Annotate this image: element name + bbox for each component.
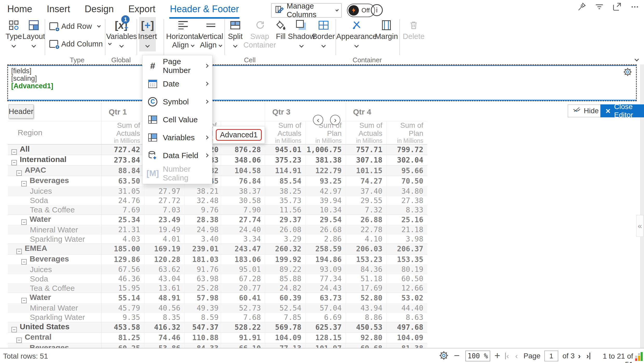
ribbon-separator: [336, 19, 336, 55]
value-cell: 8.59: [184, 313, 221, 322]
row-label-cell[interactable]: Tea & Coffee: [8, 284, 101, 293]
value-cell: 27.38: [386, 196, 427, 205]
row-label-cell[interactable]: Water: [8, 214, 101, 225]
value-cell: 63.50: [101, 176, 144, 187]
collapse-panel-button[interactable]: «: [636, 215, 643, 237]
manage-columns-button[interactable]: Manage Columns: [271, 3, 342, 18]
border-button[interactable]: Border: [314, 18, 333, 47]
tab-header-footer[interactable]: Header & Footer: [169, 3, 239, 19]
value-cell: 497.68: [386, 322, 427, 333]
menu-item-data-field[interactable]: Data Field: [143, 146, 212, 164]
collapse-toggle[interactable]: [11, 160, 17, 165]
next-columns-button[interactable]: ›: [330, 115, 340, 125]
last-page-button[interactable]: ›: [586, 351, 590, 361]
row-label-cell[interactable]: Central: [8, 333, 101, 343]
header-tab-chip[interactable]: Header: [9, 104, 33, 118]
collapse-toggle[interactable]: [21, 181, 27, 186]
collapse-toggle[interactable]: [21, 298, 27, 303]
tab-design[interactable]: Design: [84, 3, 114, 19]
pin-icon[interactable]: [576, 2, 587, 12]
value-cell: 52.73: [221, 303, 265, 313]
tab-export[interactable]: Export: [128, 3, 156, 19]
row-label-cell[interactable]: Juices: [8, 265, 101, 274]
row-label-cell[interactable]: Soda: [8, 274, 101, 284]
collapse-toggle[interactable]: [16, 249, 22, 254]
info-icon[interactable]: i: [371, 4, 383, 16]
page-number-input[interactable]: [544, 351, 558, 361]
tab-insert[interactable]: Insert: [46, 3, 71, 19]
type-button[interactable]: Type: [5, 18, 22, 47]
row-label: Water: [30, 215, 51, 223]
horizontal-align-button[interactable]: Horizontal Align: [168, 18, 198, 49]
collapse-toggle[interactable]: [21, 219, 27, 225]
value-cell: 9.35: [101, 313, 144, 322]
variables-button[interactable]: [x] + 1 Variables: [106, 18, 137, 47]
row-label: Central: [25, 333, 51, 341]
split-button[interactable]: Split: [227, 18, 243, 47]
layout-button[interactable]: Layout: [23, 18, 44, 47]
row-label-cell[interactable]: Water: [8, 293, 101, 304]
value-cell: 128.15: [305, 333, 346, 343]
row-label-cell[interactable]: Mineral Water: [8, 225, 101, 234]
value-cell: 15.95: [101, 284, 144, 293]
row-label: United States: [20, 322, 70, 331]
margin-button[interactable]: Margin: [376, 18, 397, 41]
value-cell: 38.37: [221, 186, 265, 196]
zoom-out-button[interactable]: −: [454, 351, 460, 360]
tab-home[interactable]: Home: [7, 3, 33, 19]
open-external-icon[interactable]: [612, 2, 622, 12]
collapse-ribbon-icon[interactable]: [635, 57, 639, 62]
appearance-button[interactable]: Appearance: [340, 18, 373, 47]
row-label-cell[interactable]: United States: [8, 322, 101, 333]
table-row: Central81.2574.46110.8891.91104.09128.15…: [8, 333, 427, 343]
hide-button[interactable]: Hide: [568, 104, 604, 117]
vertical-align-button[interactable]: Vertical Align: [198, 18, 223, 49]
row-label-cell[interactable]: Tea & Coffee: [8, 205, 101, 214]
collapse-toggle[interactable]: [21, 259, 27, 265]
menu-item-cell-value[interactable]: Cell Value: [143, 111, 212, 129]
collapse-toggle[interactable]: [16, 170, 22, 176]
ribbon-separator: [105, 19, 105, 55]
menu-item-variables[interactable]: Variables: [143, 129, 212, 146]
row-label-cell[interactable]: Soda: [8, 196, 101, 205]
row-label-cell[interactable]: Beverages: [8, 176, 101, 187]
grid-settings-gear-icon[interactable]: [439, 351, 448, 362]
filter-list-icon[interactable]: [594, 2, 605, 12]
value-cell: 24.82: [265, 284, 305, 293]
menu-item-page-number[interactable]: # Page Number: [143, 57, 212, 75]
header-settings-gear-icon[interactable]: [623, 68, 632, 77]
shadow-button[interactable]: Shadow: [290, 18, 313, 47]
row-label-cell[interactable]: Beverages: [8, 254, 101, 265]
first-page-button[interactable]: ‹: [505, 351, 509, 361]
row-label-cell[interactable]: Sparkling Water: [8, 234, 101, 244]
row-label-cell[interactable]: International: [8, 155, 101, 166]
prev-columns-button[interactable]: ‹: [313, 115, 323, 125]
more-options-icon[interactable]: [629, 2, 640, 12]
row-label-cell[interactable]: All: [8, 144, 101, 155]
collapse-toggle[interactable]: [11, 327, 17, 332]
collapse-toggle[interactable]: [11, 149, 17, 155]
row-label-cell[interactable]: APAC: [8, 165, 101, 176]
collapse-toggle[interactable]: [16, 338, 22, 343]
zoom-in-button[interactable]: +: [494, 351, 500, 360]
table-row: Water25.3423.4928.3827.7429.3729.5426.88…: [8, 214, 427, 225]
submenu-item-advanced1[interactable]: Advanced1: [216, 129, 262, 141]
next-page-button[interactable]: ›: [578, 351, 581, 361]
menu-item-date[interactable]: Date: [143, 75, 212, 93]
menu-item-symbol[interactable]: C Symbol: [143, 93, 212, 111]
value-cell: 307.18: [346, 155, 386, 166]
value-cell: 88.84: [101, 165, 144, 176]
add-row-button[interactable]: Add Row: [49, 19, 111, 34]
row-label-cell[interactable]: EMEA: [8, 244, 101, 254]
previous-page-button[interactable]: ‹: [515, 351, 518, 361]
add-column-button[interactable]: Add Column: [49, 36, 111, 51]
row-label-cell[interactable]: Mineral Water: [8, 303, 101, 313]
row-label-cell[interactable]: Juices: [8, 186, 101, 196]
row-label-cell[interactable]: Sparkling Water: [8, 313, 101, 322]
close-editor-button[interactable]: × Close Editor: [600, 104, 644, 117]
fill-button[interactable]: Fill: [274, 18, 288, 41]
zoom-level[interactable]: 100 %: [465, 351, 490, 361]
header-editor-region[interactable]: [fields] [scaling] [Advanced1]: [7, 64, 637, 101]
insert-button[interactable]: [+] Insert: [140, 18, 155, 47]
group-label-global: Global: [109, 56, 133, 64]
